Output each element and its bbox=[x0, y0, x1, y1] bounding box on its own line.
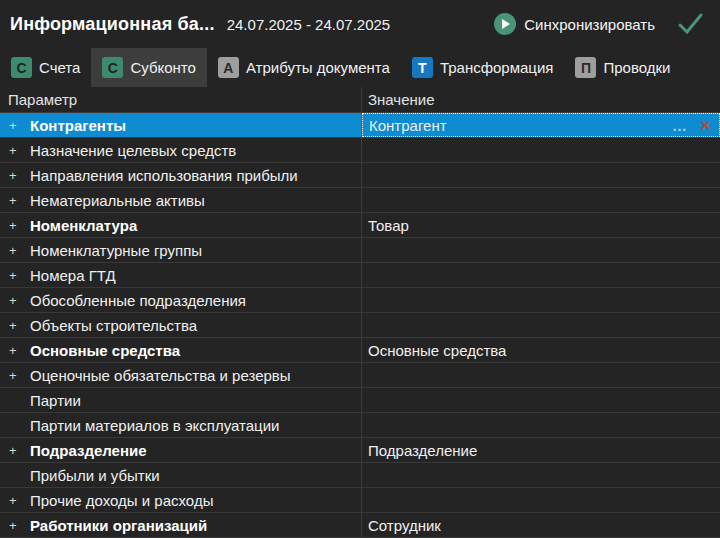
value-cell[interactable]: Основные средства bbox=[362, 338, 720, 362]
parameter-cell[interactable]: Партии bbox=[0, 388, 362, 412]
value-cell[interactable] bbox=[362, 263, 720, 287]
parameter-cell[interactable]: +Прочие доходы и расходы bbox=[0, 488, 362, 512]
expand-icon[interactable]: + bbox=[0, 218, 30, 233]
value-cell[interactable] bbox=[362, 488, 720, 512]
value-cell[interactable]: Товар bbox=[362, 213, 720, 237]
check-icon[interactable] bbox=[677, 11, 704, 37]
column-header-parameter: Параметр bbox=[0, 87, 362, 112]
table-row[interactable]: +Номера ГТД bbox=[0, 263, 720, 288]
clear-value-icon[interactable]: ✕ bbox=[700, 119, 711, 132]
expand-icon[interactable]: + bbox=[0, 193, 30, 208]
synchronize-button[interactable]: Синхронизировать bbox=[494, 13, 655, 35]
value-cell-editing[interactable]: Контрагент…✕ bbox=[362, 113, 720, 137]
table-row[interactable]: +Обособленные подразделения bbox=[0, 288, 720, 313]
table-row[interactable]: +Назначение целевых средств bbox=[0, 138, 720, 163]
expand-icon[interactable]: + bbox=[0, 318, 30, 333]
table-row[interactable]: +Направления использования прибыли bbox=[0, 163, 720, 188]
tab-doc-attributes[interactable]: ААтрибуты документа bbox=[207, 48, 401, 87]
value-cell[interactable]: Подразделение bbox=[362, 438, 720, 462]
expand-icon[interactable]: + bbox=[0, 168, 30, 183]
value-cell[interactable] bbox=[362, 313, 720, 337]
value-cell[interactable] bbox=[362, 138, 720, 162]
parameter-label: Прибыли и убытки bbox=[30, 467, 160, 484]
table-row[interactable]: +Объекты строительства bbox=[0, 313, 720, 338]
value-cell[interactable]: Сотрудник bbox=[362, 513, 720, 537]
parameter-cell[interactable]: +Оценочные обязательства и резервы bbox=[0, 363, 362, 387]
parameter-cell[interactable]: +Номенклатура bbox=[0, 213, 362, 237]
parameter-label: Оценочные обязательства и резервы bbox=[30, 367, 291, 384]
parameter-cell[interactable]: +Номера ГТД bbox=[0, 263, 362, 287]
parameter-cell[interactable]: +Объекты строительства bbox=[0, 313, 362, 337]
table-row[interactable]: Партии материалов в эксплуатации bbox=[0, 413, 720, 438]
table-body: +КонтрагентыКонтрагент…✕+Назначение целе… bbox=[0, 113, 720, 538]
expand-icon[interactable]: + bbox=[0, 293, 30, 308]
table-row[interactable]: Прибыли и убытки bbox=[0, 463, 720, 488]
page-title: Информационная ба... bbox=[10, 14, 215, 35]
value-cell[interactable] bbox=[362, 288, 720, 312]
value-cell[interactable] bbox=[362, 363, 720, 387]
parameter-cell[interactable]: +Контрагенты bbox=[0, 113, 362, 137]
tab-letter-icon: А bbox=[218, 57, 239, 78]
parameter-cell[interactable]: Прибыли и убытки bbox=[0, 463, 362, 487]
table-row[interactable]: +Нематериальные активы bbox=[0, 188, 720, 213]
parameter-cell[interactable]: +Обособленные подразделения bbox=[0, 288, 362, 312]
tab-transformation[interactable]: ТТрансформация bbox=[401, 48, 565, 87]
expand-icon[interactable]: + bbox=[0, 518, 30, 533]
parameter-label: Назначение целевых средств bbox=[30, 142, 236, 159]
tab-letter-icon: Т bbox=[412, 57, 433, 78]
value-cell[interactable] bbox=[362, 413, 720, 437]
expand-icon[interactable]: + bbox=[0, 118, 30, 133]
ellipsis-button[interactable]: … bbox=[672, 118, 688, 133]
parameter-cell[interactable]: +Назначение целевых средств bbox=[0, 138, 362, 162]
expand-icon[interactable]: + bbox=[0, 343, 30, 358]
parameter-cell[interactable]: +Основные средства bbox=[0, 338, 362, 362]
table-row[interactable]: +НоменклатураТовар bbox=[0, 213, 720, 238]
parameter-label: Объекты строительства bbox=[30, 317, 197, 334]
value-cell[interactable] bbox=[362, 163, 720, 187]
expand-icon[interactable]: + bbox=[0, 368, 30, 383]
expand-icon[interactable]: + bbox=[0, 143, 30, 158]
value-cell[interactable] bbox=[362, 188, 720, 212]
expand-icon[interactable]: + bbox=[0, 268, 30, 283]
tab-accounts[interactable]: ССчета bbox=[0, 48, 91, 87]
tab-label: Трансформация bbox=[440, 59, 554, 76]
table-row[interactable]: +Прочие доходы и расходы bbox=[0, 488, 720, 513]
tab-postings[interactable]: ППроводки bbox=[564, 48, 681, 87]
parameter-label: Контрагенты bbox=[30, 117, 126, 134]
value-cell[interactable] bbox=[362, 238, 720, 262]
tab-letter-icon: С bbox=[102, 57, 123, 78]
table-row[interactable]: +Основные средстваОсновные средства bbox=[0, 338, 720, 363]
value-text: Основные средства bbox=[368, 342, 506, 359]
column-header-value: Значение bbox=[362, 87, 720, 112]
parameter-cell[interactable]: +Работники организаций bbox=[0, 513, 362, 537]
value-cell[interactable] bbox=[362, 463, 720, 487]
parameter-cell[interactable]: +Номенклатурные группы bbox=[0, 238, 362, 262]
tab-label: Атрибуты документа bbox=[246, 59, 390, 76]
parameters-table: Параметр Значение +КонтрагентыКонтрагент… bbox=[0, 87, 720, 538]
parameter-cell[interactable]: Партии материалов в эксплуатации bbox=[0, 413, 362, 437]
parameter-label: Нематериальные активы bbox=[30, 192, 205, 209]
expand-icon[interactable]: + bbox=[0, 243, 30, 258]
parameter-cell[interactable]: +Нематериальные активы bbox=[0, 188, 362, 212]
table-row[interactable]: +Работники организацийСотрудник bbox=[0, 513, 720, 538]
value-text: Сотрудник bbox=[368, 517, 441, 534]
parameter-label: Номенклатурные группы bbox=[30, 242, 202, 259]
value-text: Контрагент bbox=[369, 117, 447, 134]
tab-subconto[interactable]: ССубконто bbox=[91, 48, 207, 87]
tab-bar: ССчетаССубконтоААтрибуты документаТТранс… bbox=[0, 48, 720, 87]
parameter-cell[interactable]: +Подразделение bbox=[0, 438, 362, 462]
parameter-cell[interactable]: +Направления использования прибыли bbox=[0, 163, 362, 187]
table-row[interactable]: Партии bbox=[0, 388, 720, 413]
table-header-row: Параметр Значение bbox=[0, 87, 720, 113]
expand-icon[interactable]: + bbox=[0, 493, 30, 508]
table-row[interactable]: +КонтрагентыКонтрагент…✕ bbox=[0, 113, 720, 138]
value-cell[interactable] bbox=[362, 388, 720, 412]
parameter-label: Основные средства bbox=[30, 342, 180, 359]
tab-letter-icon: С bbox=[11, 57, 32, 78]
expand-icon[interactable]: + bbox=[0, 443, 30, 458]
tab-label: Субконто bbox=[130, 59, 196, 76]
table-row[interactable]: +Оценочные обязательства и резервы bbox=[0, 363, 720, 388]
parameter-label: Номенклатура bbox=[30, 217, 137, 234]
table-row[interactable]: +ПодразделениеПодразделение bbox=[0, 438, 720, 463]
table-row[interactable]: +Номенклатурные группы bbox=[0, 238, 720, 263]
